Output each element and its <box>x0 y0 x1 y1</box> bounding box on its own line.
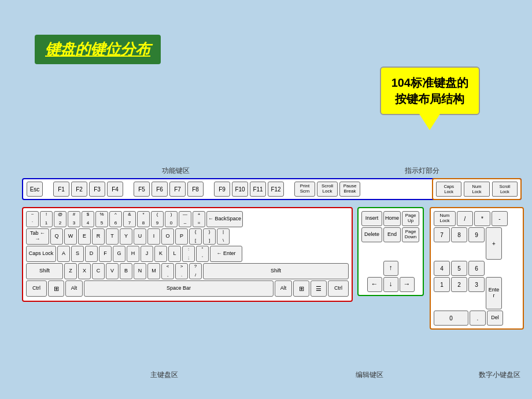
key-c[interactable]: C <box>92 263 105 279</box>
key-num-4[interactable]: 4 <box>434 261 450 276</box>
key-plus[interactable]: += <box>193 211 205 227</box>
key-6[interactable]: ^6 <box>109 211 122 227</box>
key-quote[interactable]: "' <box>196 246 209 262</box>
key-f3[interactable]: F3 <box>89 182 105 197</box>
key-esc[interactable]: Esc <box>27 182 43 197</box>
key-insert[interactable]: Insert <box>361 211 382 226</box>
key-page-up[interactable]: PageUp <box>402 211 419 226</box>
key-l[interactable]: L <box>168 246 181 262</box>
key-backspace[interactable]: ← BackSpace <box>206 211 243 227</box>
key-9[interactable]: (9 <box>151 211 164 227</box>
key-a[interactable]: A <box>57 246 70 262</box>
key-enter[interactable]: ← Enter <box>210 246 242 262</box>
key-0[interactable]: )0 <box>165 211 178 227</box>
key-caps-lock[interactable]: Caps Lock <box>26 246 56 262</box>
key-k[interactable]: K <box>154 246 167 262</box>
key-f12[interactable]: F12 <box>268 182 284 197</box>
key-f6[interactable]: F6 <box>152 182 168 197</box>
key-y[interactable]: Y <box>120 228 132 245</box>
key-t[interactable]: T <box>106 228 119 245</box>
key-num-3[interactable]: 3 <box>468 277 485 292</box>
key-v[interactable]: V <box>106 263 119 279</box>
key-num-slash[interactable]: / <box>457 211 473 226</box>
key-num-plus[interactable]: + <box>486 227 502 260</box>
key-q[interactable]: Q <box>50 228 63 245</box>
key-num-star[interactable]: * <box>474 211 490 226</box>
key-end[interactable]: End <box>383 227 401 242</box>
key-slash[interactable]: ?/ <box>189 263 202 279</box>
key-shift-right[interactable]: Shift <box>203 263 349 279</box>
key-space[interactable]: Space Bar <box>84 280 274 297</box>
key-8[interactable]: *8 <box>137 211 150 227</box>
key-win-right[interactable]: ⊞ <box>293 280 309 297</box>
key-arrow-up[interactable]: ↑ <box>383 261 398 276</box>
key-s[interactable]: S <box>71 246 84 262</box>
key-ctrl-left[interactable]: Ctrl <box>26 280 47 297</box>
key-delete[interactable]: Delete <box>361 227 382 242</box>
key-home[interactable]: Home <box>383 211 401 226</box>
key-shift-left[interactable]: Shift <box>26 263 63 279</box>
key-num-0[interactable]: 0 <box>434 311 468 326</box>
key-n[interactable]: N <box>134 263 146 279</box>
key-bracket-close[interactable]: }] <box>203 228 216 245</box>
key-i[interactable]: I <box>147 228 160 245</box>
key-menu[interactable]: ☰ <box>311 280 327 297</box>
key-num-1[interactable]: 1 <box>434 277 450 292</box>
key-num-lock[interactable]: NumLock <box>434 211 456 226</box>
key-minus[interactable]: —– <box>179 211 191 227</box>
key-b[interactable]: B <box>120 263 132 279</box>
key-f10[interactable]: F10 <box>232 182 248 197</box>
key-f1[interactable]: F1 <box>53 182 69 197</box>
key-tilde[interactable]: ~` <box>26 211 39 227</box>
key-tab[interactable]: Tab ←→ <box>26 228 49 245</box>
key-ctrl-right[interactable]: Ctrl <box>328 280 349 297</box>
key-num-del[interactable]: Del <box>487 311 503 326</box>
key-num-dot[interactable]: . <box>470 311 486 326</box>
key-comma[interactable]: <, <box>161 263 174 279</box>
key-f4[interactable]: F4 <box>107 182 123 197</box>
key-num-enter[interactable]: Enter <box>486 277 502 309</box>
key-backslash[interactable]: |\ <box>217 228 230 245</box>
key-f5[interactable]: F5 <box>134 182 150 197</box>
key-arrow-right[interactable]: → <box>400 277 415 292</box>
key-j[interactable]: J <box>141 246 153 262</box>
key-win-left[interactable]: ⊞ <box>48 280 64 297</box>
key-num-9[interactable]: 9 <box>468 227 485 242</box>
key-3[interactable]: #3 <box>68 211 80 227</box>
key-alt-left[interactable]: Alt <box>65 280 83 297</box>
key-1[interactable]: !1 <box>40 211 53 227</box>
key-5[interactable]: %5 <box>95 211 108 227</box>
key-pause-break[interactable]: PauseBreak <box>339 182 360 197</box>
key-x[interactable]: X <box>78 263 91 279</box>
key-num-8[interactable]: 8 <box>451 227 467 242</box>
key-4[interactable]: $4 <box>82 211 94 227</box>
key-e[interactable]: E <box>78 228 91 245</box>
key-num-minus[interactable]: - <box>492 211 508 226</box>
key-z[interactable]: Z <box>64 263 77 279</box>
key-f[interactable]: F <box>99 246 112 262</box>
key-d[interactable]: D <box>85 246 98 262</box>
key-scroll-lock[interactable]: ScrollLock <box>317 182 338 197</box>
key-f2[interactable]: F2 <box>71 182 87 197</box>
key-r[interactable]: R <box>92 228 105 245</box>
key-alt-right[interactable]: Alt <box>275 280 292 297</box>
key-num-6[interactable]: 6 <box>468 261 485 276</box>
key-semicolon[interactable]: :; <box>182 246 195 262</box>
key-num-7[interactable]: 7 <box>434 227 450 242</box>
key-f8[interactable]: F8 <box>187 182 204 197</box>
key-o[interactable]: O <box>161 228 174 245</box>
key-w[interactable]: W <box>64 228 77 245</box>
key-period[interactable]: >. <box>175 263 188 279</box>
key-f7[interactable]: F7 <box>169 182 186 197</box>
key-page-down[interactable]: PageDown <box>402 227 419 242</box>
key-m[interactable]: M <box>147 263 160 279</box>
key-p[interactable]: P <box>175 228 188 245</box>
key-2[interactable]: @2 <box>54 211 66 227</box>
key-num-5[interactable]: 5 <box>451 261 467 276</box>
key-h[interactable]: H <box>127 246 139 262</box>
key-bracket-open[interactable]: {[ <box>189 228 202 245</box>
key-arrow-down[interactable]: ↓ <box>383 277 398 292</box>
key-f9[interactable]: F9 <box>214 182 230 197</box>
key-print-scrn[interactable]: PrintScrn <box>294 182 315 197</box>
key-g[interactable]: G <box>113 246 125 262</box>
